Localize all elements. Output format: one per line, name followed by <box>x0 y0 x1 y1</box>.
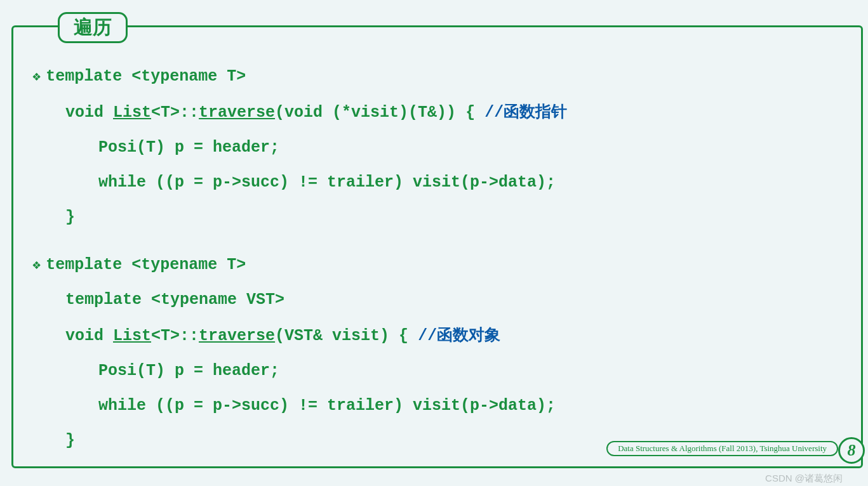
code-line: template <typename VST> <box>32 282 842 317</box>
code-line: while ((p = p->succ) != trailer) visit(p… <box>32 165 842 200</box>
code-line: void List<T>::traverse(VST& visit) { //函… <box>32 317 842 353</box>
code-block-1: template <typename T> void List<T>::trav… <box>32 59 842 235</box>
code-line: template <typename T> <box>32 59 842 94</box>
slide-frame: 遍历 template <typename T> void List<T>::t… <box>11 25 863 468</box>
code-line: Posi(T) p = header; <box>32 130 842 165</box>
code-comment: //函数对象 <box>418 327 500 345</box>
page-number: 8 <box>838 437 865 464</box>
slide-title: 遍历 <box>58 12 128 43</box>
class-name-underlined: List <box>113 327 151 345</box>
code-line: while ((p = p->succ) != trailer) visit(p… <box>32 388 842 423</box>
course-badge: Data Structures & Algorithms (Fall 2013)… <box>606 441 838 456</box>
watermark: CSDN @诸葛悠闲 <box>765 473 843 485</box>
class-name-underlined: List <box>113 103 151 122</box>
code-line: Posi(T) p = header; <box>32 353 842 388</box>
code-line: void List<T>::traverse(void (*visit)(T&)… <box>32 94 842 130</box>
slide-footer: Data Structures & Algorithms (Fall 2013)… <box>13 433 861 466</box>
code-line: } <box>32 200 842 235</box>
code-block-2: template <typename T> template <typename… <box>32 247 842 458</box>
code-line: template <typename T> <box>32 247 842 282</box>
code-content: template <typename T> void List<T>::trav… <box>13 27 861 483</box>
method-name-underlined: traverse <box>199 327 275 345</box>
code-comment: //函数指针 <box>484 103 567 122</box>
method-name-underlined: traverse <box>199 103 275 122</box>
